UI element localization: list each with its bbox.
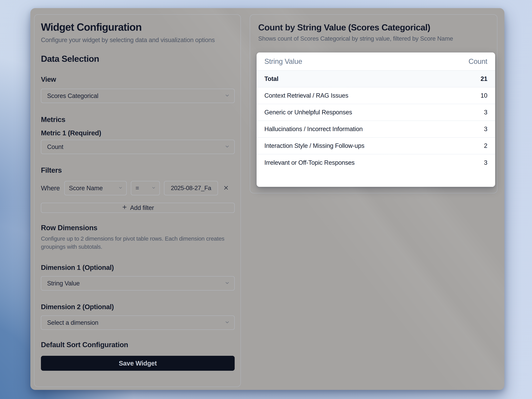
page-title: Widget Configuration (41, 21, 235, 33)
row-label: Hallucinations / Incorrect Information (264, 126, 363, 133)
row-label: Irrelevant or Off-Topic Responses (264, 159, 355, 166)
save-widget-label: Save Widget (119, 360, 157, 367)
row-count: 3 (484, 159, 487, 166)
widget-editor-card: Widget Configuration Configure your widg… (30, 8, 504, 390)
row-count: 2 (484, 142, 487, 149)
metric1-select[interactable]: Count (41, 140, 235, 154)
row-count: 10 (481, 92, 487, 99)
metric1-label: Metric 1 (Required) (41, 129, 235, 137)
x-icon (223, 185, 229, 192)
add-filter-label: Add filter (130, 204, 154, 211)
table-row: Interaction Style / Missing Follow-ups 2 (257, 138, 495, 154)
view-select[interactable]: Scores Categorical (41, 89, 235, 103)
filter-operator-select[interactable]: = (131, 181, 160, 195)
table-row: Total 21 (257, 71, 495, 87)
row-label: Total (264, 75, 278, 82)
page-subtitle: Configure your widget by selecting data … (41, 35, 223, 45)
remove-filter-button[interactable] (222, 184, 230, 192)
row-label: Context Retrieval / RAG Issues (264, 92, 348, 99)
filter-where-label: Where (41, 185, 60, 192)
row-label: Interaction Style / Missing Follow-ups (264, 142, 364, 149)
metric1-select-value: Count (47, 143, 63, 150)
filters-heading: Filters (41, 166, 235, 174)
dimension1-label: Dimension 1 (Optional) (41, 264, 235, 272)
row-count: 3 (484, 126, 487, 133)
row-count: 21 (481, 75, 487, 82)
row-count: 3 (484, 109, 487, 116)
dimension1-select-value: String Value (47, 280, 80, 287)
filter-operator-value: = (135, 185, 139, 192)
chevron-down-icon (225, 93, 230, 99)
row-label: Generic or Unhelpful Responses (264, 109, 352, 116)
default-sort-heading: Default Sort Configuration (41, 341, 235, 349)
save-widget-button[interactable]: Save Widget (41, 356, 235, 371)
filter-row: Where Score Name = 2025-08-27_Fa (41, 181, 235, 195)
preview-subtitle: Shows count of Scores Categorical by str… (250, 35, 497, 43)
filter-column-select[interactable]: Score Name (64, 181, 127, 195)
pivot-table: String Value Count Total 21 Context Retr… (257, 52, 495, 187)
widget-preview-panel: Count by String Value (Scores Categorica… (250, 14, 497, 193)
dimension2-select[interactable]: Select a dimension (41, 315, 235, 330)
column-header-string-value: String Value (264, 57, 302, 65)
chevron-down-icon (225, 144, 230, 150)
chevron-down-icon (118, 186, 123, 191)
add-filter-button[interactable]: Add filter (41, 203, 235, 213)
table-row: Context Retrieval / RAG Issues 10 (257, 87, 495, 104)
chevron-down-icon (225, 320, 230, 326)
row-dimensions-description: Configure up to 2 dimensions for pivot t… (41, 235, 234, 251)
widget-configuration-panel: Widget Configuration Configure your widg… (34, 14, 241, 387)
table-row: Hallucinations / Incorrect Information 3 (257, 121, 495, 138)
metrics-heading: Metrics (41, 115, 235, 124)
filter-value-input[interactable]: 2025-08-27_Fa (164, 181, 218, 195)
chevron-down-icon (151, 186, 156, 191)
dimension2-label: Dimension 2 (Optional) (41, 303, 235, 311)
column-header-count: Count (469, 57, 487, 65)
view-select-value: Scores Categorical (47, 92, 98, 99)
dimension1-select[interactable]: String Value (41, 276, 235, 290)
table-row: Irrelevant or Off-Topic Responses 3 (257, 154, 495, 171)
filter-column-value: Score Name (69, 185, 103, 192)
table-header-row: String Value Count (257, 52, 495, 71)
preview-title: Count by String Value (Scores Categorica… (250, 15, 497, 32)
table-body: Total 21 Context Retrieval / RAG Issues … (257, 71, 495, 171)
plus-icon (122, 204, 127, 212)
table-row: Generic or Unhelpful Responses 3 (257, 104, 495, 121)
data-selection-heading: Data Selection (41, 54, 235, 64)
row-dimensions-heading: Row Dimensions (41, 224, 235, 232)
dimension2-select-value: Select a dimension (47, 319, 98, 326)
chevron-down-icon (225, 280, 230, 286)
view-label: View (41, 75, 235, 84)
filter-value-text: 2025-08-27_Fa (171, 185, 211, 192)
